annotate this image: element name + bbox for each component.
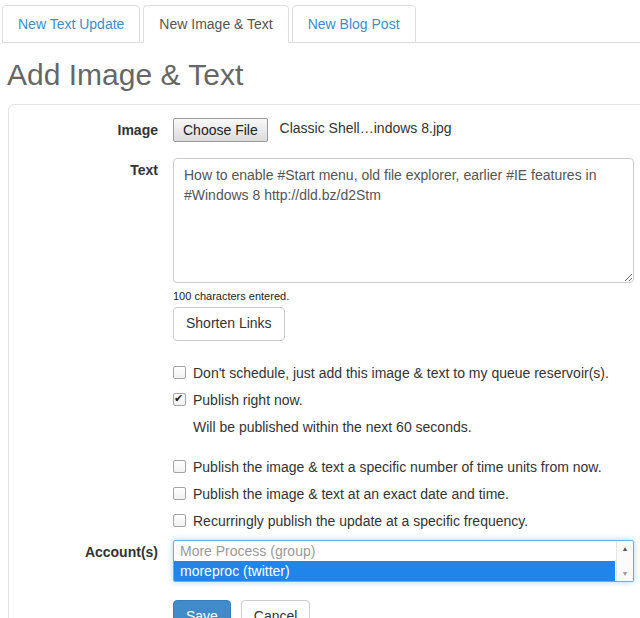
- page-title: Add Image & Text: [7, 59, 640, 91]
- option-label: Publish the image & text a specific numb…: [193, 459, 602, 475]
- scroll-up-icon[interactable]: ▲: [622, 545, 629, 552]
- option-label: Don't schedule, just add this image & te…: [193, 365, 609, 381]
- selected-file-name: Classic Shell…indows 8.jpg: [280, 120, 452, 136]
- publish-now-note: Will be published within the next 60 sec…: [193, 419, 634, 435]
- text-label: Text: [9, 158, 173, 178]
- character-count: 100 characters entered.: [173, 290, 634, 302]
- option-publish-now[interactable]: Publish right now.: [173, 392, 634, 408]
- publish-now-checkbox[interactable]: [173, 393, 186, 406]
- scroll-down-icon[interactable]: ▼: [622, 570, 629, 577]
- cancel-button[interactable]: Cancel: [241, 600, 311, 618]
- accounts-label: Account(s): [9, 540, 173, 560]
- select-scrollbar[interactable]: ▲ ▼: [616, 541, 633, 581]
- text-row: Text How to enable #Start menu, old file…: [9, 158, 640, 540]
- recurring-publish-checkbox[interactable]: [173, 514, 186, 527]
- tab-new-image-and-text[interactable]: New Image & Text: [143, 5, 288, 43]
- option-label: Publish right now.: [193, 392, 303, 408]
- add-image-text-form-panel: Image Choose File Classic Shell…indows 8…: [8, 104, 640, 618]
- publish-exact-checkbox[interactable]: [173, 487, 186, 500]
- option-publish-relative-time[interactable]: Publish the image & text a specific numb…: [173, 459, 634, 475]
- image-row: Image Choose File Classic Shell…indows 8…: [9, 118, 640, 142]
- accounts-row: Account(s) More Process (group) moreproc…: [9, 540, 640, 618]
- option-publish-exact-datetime[interactable]: Publish the image & text at an exact dat…: [173, 486, 634, 502]
- account-option-twitter[interactable]: moreproc (twitter): [174, 561, 615, 581]
- tab-bar: New Text Update New Image & Text New Blo…: [2, 5, 640, 43]
- dont-schedule-checkbox[interactable]: [173, 366, 186, 379]
- option-label: Recurringly publish the update at a spec…: [193, 513, 528, 529]
- tab-new-blog-post[interactable]: New Blog Post: [292, 5, 416, 43]
- save-button[interactable]: Save: [173, 600, 231, 618]
- shorten-links-button[interactable]: Shorten Links: [173, 307, 285, 341]
- option-label: Publish the image & text at an exact dat…: [193, 486, 509, 502]
- accounts-select[interactable]: More Process (group) moreproc (twitter) …: [173, 540, 634, 582]
- text-input[interactable]: How to enable #Start menu, old file expl…: [173, 158, 634, 283]
- option-dont-schedule[interactable]: Don't schedule, just add this image & te…: [173, 365, 634, 381]
- choose-file-button[interactable]: Choose File: [173, 118, 268, 142]
- tab-new-text-update[interactable]: New Text Update: [2, 5, 140, 43]
- image-label: Image: [9, 118, 173, 138]
- option-recurring-publish[interactable]: Recurringly publish the update at a spec…: [173, 513, 634, 529]
- publish-relative-checkbox[interactable]: [173, 460, 186, 473]
- account-option-group[interactable]: More Process (group): [174, 541, 615, 561]
